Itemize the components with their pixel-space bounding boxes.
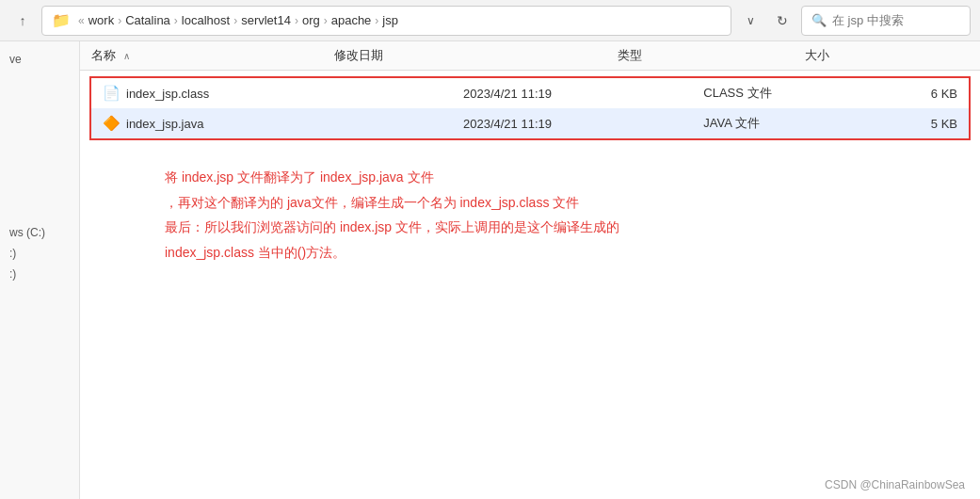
breadcrumb-apache[interactable]: apache xyxy=(331,13,372,27)
breadcrumb-sep-1: › xyxy=(118,14,121,27)
file-date-java: 2023/4/21 11:19 xyxy=(452,108,692,138)
sort-arrow: ∧ xyxy=(123,51,130,61)
content-area: ve ws (C:) :) :) xyxy=(0,41,980,499)
search-bar[interactable]: 🔍 在 jsp 中搜索 xyxy=(801,6,971,36)
address-bar: ↑ 📁 « work › Catalina › localhost › serv… xyxy=(0,0,980,41)
annotation-line2: ，再对这个翻译为的 java文件，编译生成一个名为 index_jsp.clas… xyxy=(165,190,952,216)
files-inner-table: 📄 index_jsp.class 2023/4/21 11:19 CLASS … xyxy=(91,78,969,138)
sidebar-label-ws: ws (C:) xyxy=(9,226,45,239)
annotation-line4: index_jsp.class 当中的()方法。 xyxy=(165,240,952,266)
annotation-line1: 将 index.jsp 文件翻译为了 index_jsp.java 文件 xyxy=(165,165,952,190)
breadcrumb-bar[interactable]: 📁 « work › Catalina › localhost › servle… xyxy=(41,6,731,36)
up-button[interactable]: ↑ xyxy=(9,8,36,34)
java-file-icon: 🔶 xyxy=(103,115,120,132)
file-type-java: JAVA 文件 xyxy=(692,108,873,138)
annotation-line3: 最后：所以我们浏览器访问的 index.jsp 文件，实际上调用的是这个编译生成… xyxy=(165,215,952,240)
breadcrumb-dropdown[interactable]: ∨ xyxy=(737,8,763,34)
sidebar-label-2: :) xyxy=(9,267,16,281)
sidebar-item-ve[interactable]: ve xyxy=(4,49,75,70)
breadcrumb-sep-4: › xyxy=(295,14,298,27)
breadcrumb-work[interactable]: work xyxy=(88,13,114,27)
class-file-icon: 📄 xyxy=(103,85,120,102)
breadcrumb-localhost[interactable]: localhost xyxy=(182,13,230,27)
breadcrumb-catalina[interactable]: Catalina xyxy=(125,13,170,27)
col-name[interactable]: 名称 ∧ xyxy=(80,41,323,71)
file-size-class: 6 KB xyxy=(873,78,969,108)
footer-credit: CSDN @ChinaRainbowSea xyxy=(825,478,965,491)
search-icon: 🔍 xyxy=(811,13,827,27)
sidebar-item-ws[interactable]: ws (C:) xyxy=(4,222,75,243)
breadcrumb-sep-3: › xyxy=(233,14,237,27)
col-size[interactable]: 大小 xyxy=(794,41,980,71)
credit-text: CSDN @ChinaRainbowSea xyxy=(825,478,965,491)
sidebar-item-2[interactable]: :) xyxy=(4,264,75,284)
file-type-class: CLASS 文件 xyxy=(692,78,873,108)
file-size-java: 5 KB xyxy=(873,108,969,138)
files-container: 📄 index_jsp.class 2023/4/21 11:19 CLASS … xyxy=(89,76,971,140)
breadcrumb-sep-2: › xyxy=(174,14,178,27)
search-placeholder-text: 在 jsp 中搜索 xyxy=(832,12,904,29)
annotation-area: 将 index.jsp 文件翻译为了 index_jsp.java 文件 ，再对… xyxy=(80,146,980,274)
breadcrumb-sep-6: › xyxy=(375,14,378,27)
refresh-button[interactable]: ↻ xyxy=(769,8,795,34)
col-type[interactable]: 类型 xyxy=(606,41,793,71)
file-name-class: 📄 index_jsp.class xyxy=(91,78,452,108)
file-label-java: index_jsp.java xyxy=(126,117,203,131)
table-row[interactable]: 📄 index_jsp.class 2023/4/21 11:19 CLASS … xyxy=(91,78,969,108)
file-area: 名称 ∧ 修改日期 类型 大小 xyxy=(80,41,980,499)
sidebar-label-1: :) xyxy=(9,247,16,260)
breadcrumb-separator-0: « xyxy=(78,14,85,27)
file-name-java: 🔶 index_jsp.java xyxy=(91,108,452,138)
col-date[interactable]: 修改日期 xyxy=(323,41,606,71)
folder-icon: 📁 xyxy=(52,11,71,29)
left-sidebar: ve ws (C:) :) :) xyxy=(0,41,80,499)
breadcrumb-org[interactable]: org xyxy=(302,13,320,27)
table-row[interactable]: 🔶 index_jsp.java 2023/4/21 11:19 JAVA 文件… xyxy=(91,108,969,138)
breadcrumb-servlet14[interactable]: servlet14 xyxy=(241,13,291,27)
sidebar-item-1[interactable]: :) xyxy=(4,243,75,264)
breadcrumb-jsp[interactable]: jsp xyxy=(382,13,398,27)
breadcrumb-sep-5: › xyxy=(324,14,328,27)
file-label-class: index_jsp.class xyxy=(126,87,209,101)
file-table: 名称 ∧ 修改日期 类型 大小 xyxy=(80,41,980,71)
sidebar-label-ve: ve xyxy=(9,53,22,66)
file-date-class: 2023/4/21 11:19 xyxy=(452,78,692,108)
